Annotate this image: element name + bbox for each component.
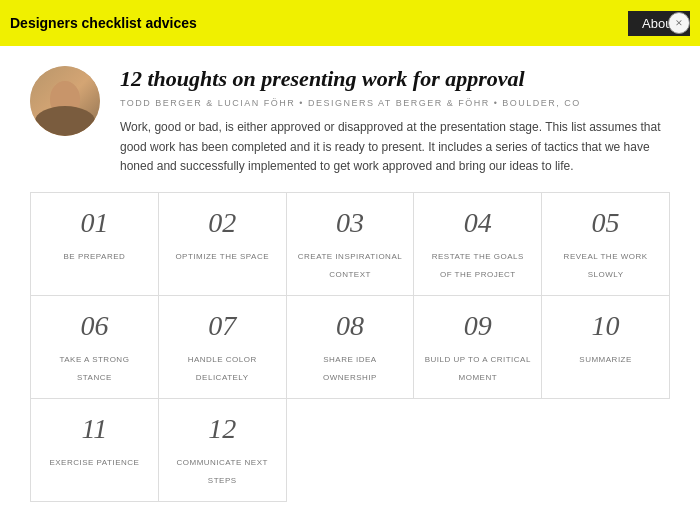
grid-item-01: 01BE PREPARED — [31, 193, 159, 296]
grid-item-06: 06TAKE A STRONG STANCE — [31, 296, 159, 399]
grid-label-09: BUILD UP TO A CRITICAL MOMENT — [425, 355, 531, 382]
avatar-image — [30, 66, 100, 136]
grid-number-02: 02 — [169, 207, 276, 239]
grid-number-05: 05 — [552, 207, 659, 239]
grid-number-09: 09 — [424, 310, 531, 342]
grid-number-12: 12 — [169, 413, 276, 445]
grid-item-10: 10SUMMARIZE — [542, 296, 670, 399]
grid-label-03: CREATE INSPIRATIONAL CONTEXT — [298, 252, 402, 279]
grid-number-06: 06 — [41, 310, 148, 342]
main-title: 12 thoughts on presenting work for appro… — [120, 66, 670, 92]
grid-label-07: HANDLE COLOR DELICATELY — [188, 355, 257, 382]
grid-number-08: 08 — [297, 310, 404, 342]
grid-number-10: 10 — [552, 310, 659, 342]
grid-number-11: 11 — [41, 413, 148, 445]
grid-label-02: OPTIMIZE THE SPACE — [175, 252, 269, 261]
grid-label-10: SUMMARIZE — [579, 355, 632, 364]
grid-item-07: 07HANDLE COLOR DELICATELY — [159, 296, 287, 399]
subtitle: TODD BERGER & LUCIAN FÖHR • DESIGNERS AT… — [120, 98, 670, 108]
header-section: 12 thoughts on presenting work for appro… — [30, 66, 670, 176]
grid-item-11: 11EXERCISE PATIENCE — [31, 399, 159, 502]
grid-item-02: 02OPTIMIZE THE SPACE — [159, 193, 287, 296]
grid-item-05: 05REVEAL THE WORK SLOWLY — [542, 193, 670, 296]
grid-label-05: REVEAL THE WORK SLOWLY — [564, 252, 648, 279]
grid-label-08: SHARE IDEA OWNERSHIP — [323, 355, 377, 382]
main-content: 12 thoughts on presenting work for appro… — [0, 46, 700, 510]
header-text: 12 thoughts on presenting work for appro… — [120, 66, 670, 176]
grid-item-08: 08SHARE IDEA OWNERSHIP — [287, 296, 415, 399]
grid-label-01: BE PREPARED — [63, 252, 125, 261]
grid-label-04: RESTATE THE GOALS OF THE PROJECT — [432, 252, 524, 279]
grid-item-09: 09BUILD UP TO A CRITICAL MOMENT — [414, 296, 542, 399]
grid-number-07: 07 — [169, 310, 276, 342]
grid-item-12: 12COMMUNICATE NEXT STEPS — [159, 399, 287, 502]
avatar — [30, 66, 100, 136]
description: Work, good or bad, is either approved or… — [120, 118, 670, 176]
close-button[interactable]: × — [668, 12, 690, 34]
tips-grid: 01BE PREPARED02OPTIMIZE THE SPACE03CREAT… — [30, 192, 670, 502]
grid-number-01: 01 — [41, 207, 148, 239]
grid-number-03: 03 — [297, 207, 404, 239]
grid-label-06: TAKE A STRONG STANCE — [59, 355, 129, 382]
grid-label-12: COMMUNICATE NEXT STEPS — [176, 458, 267, 485]
grid-number-04: 04 — [424, 207, 531, 239]
grid-label-11: EXERCISE PATIENCE — [49, 458, 139, 467]
grid-item-03: 03CREATE INSPIRATIONAL CONTEXT — [287, 193, 415, 296]
app-title: Designers checklist advices — [10, 15, 628, 31]
grid-item-04: 04RESTATE THE GOALS OF THE PROJECT — [414, 193, 542, 296]
top-bar: Designers checklist advices About × — [0, 0, 700, 46]
